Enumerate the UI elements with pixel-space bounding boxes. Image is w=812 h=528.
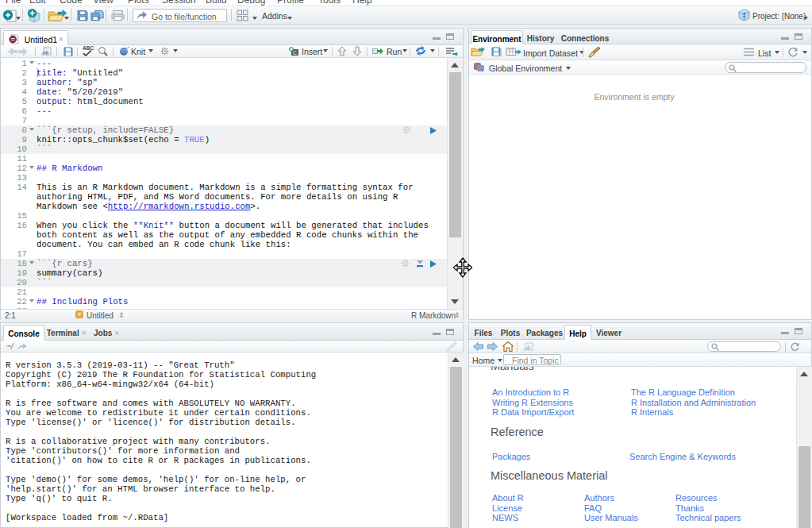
svg-text:C: C [293, 50, 297, 56]
